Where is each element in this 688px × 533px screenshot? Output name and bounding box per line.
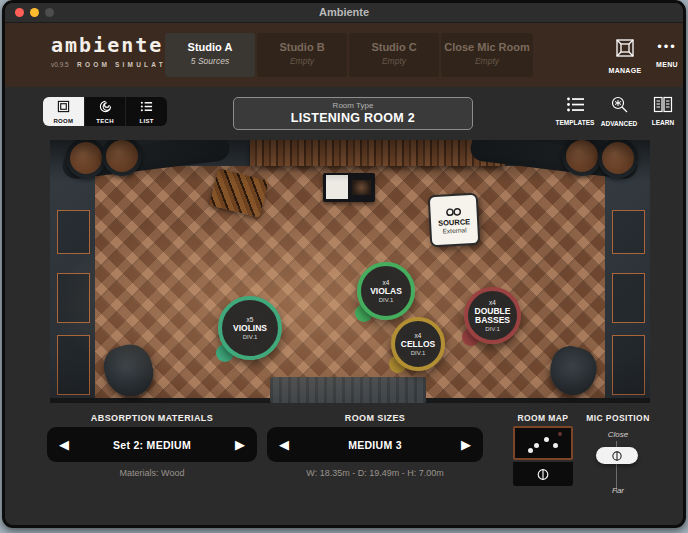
advanced-label: ADVANCED [597, 120, 641, 127]
room-map-dot [558, 432, 562, 436]
absorption-materials-title: ABSORPTION MATERIALS [42, 413, 262, 423]
mic-position-title: MIC POSITION [580, 413, 656, 423]
room-type-selector[interactable]: Room Type LISTENING ROOM 2 [233, 97, 473, 130]
source-name: DOUBLE BASSES [468, 307, 517, 325]
source-divisi: DIV.1 [243, 334, 257, 340]
source-divisi: DIV.1 [379, 297, 393, 303]
room-map-thumbnail[interactable] [513, 426, 573, 460]
source-bubble-double-basses[interactable]: x4 DOUBLE BASSES DIV.1 [464, 287, 521, 344]
bubble-body: x4 VIOLAS DIV.1 [357, 262, 415, 320]
room-map-mic-slot[interactable] [513, 462, 573, 486]
stereo-link-icon [443, 206, 463, 217]
room-map-title: ROOM MAP [505, 413, 581, 423]
tab-label: Studio C [349, 41, 439, 53]
tab-sublabel: Empty [257, 56, 347, 66]
menu-dots-icon: ••• [657, 39, 677, 54]
absorption-prev-arrow[interactable]: ◀ [59, 438, 69, 451]
advanced-button[interactable]: ADVANCED [597, 96, 641, 127]
source-bubble-violins[interactable]: x5 VIOLINS DIV.1 [218, 296, 282, 360]
room-sizes-selector: ◀ MEDIUM 3 ▶ [267, 427, 483, 462]
view-mode-switch: ROOM TECH LIST [43, 97, 167, 126]
app-logo: ambiente [51, 33, 163, 57]
room-visualization[interactable]: x5 VIOLINS DIV.1 x4 VIOLAS DIV.1 x4 CELL… [50, 140, 650, 403]
view-list-label: LIST [126, 118, 167, 124]
bubble-body: x4 DOUBLE BASSES DIV.1 [464, 287, 521, 344]
learn-label: LEARN [643, 119, 683, 126]
tab-sublabel: 5 Sources [165, 56, 255, 66]
room-sizes-value: MEDIUM 3 [289, 439, 461, 451]
view-room-button[interactable]: ROOM [43, 97, 85, 126]
manage-label: MANAGE [603, 67, 647, 74]
bubble-body: x4 CELLOS DIV.1 [391, 317, 445, 371]
source-count: x4 [383, 279, 390, 286]
tech-spiral-icon [99, 100, 112, 113]
absorption-materials-detail: Materials: Wood [42, 468, 262, 478]
tab-studio-b[interactable]: Studio B Empty [257, 33, 347, 77]
bubble-body: x5 VIOLINS DIV.1 [218, 296, 282, 360]
view-tech-label: TECH [85, 118, 126, 124]
mic-position-close-label: Close [580, 430, 656, 439]
source-divisi: DIV.1 [485, 326, 499, 332]
manage-button[interactable]: MANAGE [603, 37, 647, 74]
source-bubble-violas[interactable]: x4 VIOLAS DIV.1 [357, 262, 415, 320]
templates-button[interactable]: TEMPLATES [551, 96, 599, 126]
learn-book-icon [653, 96, 673, 113]
window-title: Ambiente [5, 6, 683, 18]
plugin-header: ambiente v0.9.5 ROOM SIMULATOR Studio A … [5, 23, 683, 87]
room-sizes-title: ROOM SIZES [267, 413, 483, 423]
room-icon [57, 100, 70, 113]
version-label: v0.9.5 [51, 61, 69, 68]
titlebar: Ambiente [5, 3, 683, 23]
room-sizes-next-arrow[interactable]: ▶ [461, 438, 471, 451]
app-window: Ambiente ambiente v0.9.5 ROOM SIMULATOR … [2, 0, 686, 528]
tab-sublabel: Empty [441, 56, 533, 66]
tab-studio-c[interactable]: Studio C Empty [349, 33, 439, 77]
room-sizes-prev-arrow[interactable]: ◀ [279, 438, 289, 451]
external-source-card[interactable]: SOURCE External [428, 193, 481, 248]
templates-icon [566, 96, 585, 113]
view-list-button[interactable]: LIST [126, 97, 167, 126]
source-name: CELLOS [401, 340, 435, 349]
tab-label: Close Mic Room [441, 41, 533, 53]
mic-pair-icon [608, 450, 626, 462]
external-source-sublabel: External [442, 226, 466, 234]
room-map-dot [528, 448, 533, 453]
source-name: VIOLAS [370, 287, 402, 296]
view-room-label: ROOM [43, 118, 84, 124]
room-map-dot [534, 443, 539, 448]
absorption-materials-selector: ◀ Set 2: MEDIUM ▶ [47, 427, 257, 462]
manage-box-icon [614, 45, 636, 62]
room-map-dot [553, 443, 558, 448]
source-bubble-cellos[interactable]: x4 CELLOS DIV.1 [391, 317, 445, 371]
room-sizes-detail: W: 18.35m - D: 19.49m - H: 7.00m [267, 468, 483, 478]
absorption-next-arrow[interactable]: ▶ [235, 438, 245, 451]
absorption-value: Set 2: MEDIUM [69, 439, 235, 451]
templates-label: TEMPLATES [551, 119, 599, 126]
room-map-dot [544, 437, 549, 442]
list-icon [140, 100, 153, 113]
mic-position-slider-handle[interactable] [596, 447, 638, 464]
learn-button[interactable]: LEARN [643, 96, 683, 126]
menu-label: MENU [649, 61, 685, 68]
source-count: x4 [489, 299, 496, 306]
source-divisi: DIV.1 [411, 350, 425, 356]
tab-close-mic-room[interactable]: Close Mic Room Empty [441, 33, 533, 77]
source-count: x5 [247, 316, 254, 323]
tab-label: Studio A [165, 41, 255, 53]
room-type-value: LISTENING ROOM 2 [234, 111, 472, 125]
tab-sublabel: Empty [349, 56, 439, 66]
tab-label: Studio B [257, 41, 347, 53]
view-tech-button[interactable]: TECH [85, 97, 127, 126]
mic-position-far-label: Far [580, 486, 656, 495]
advanced-magnifier-icon [610, 96, 629, 114]
menu-button[interactable]: ••• MENU [649, 37, 685, 68]
room-lighting-overlay [50, 140, 650, 403]
mic-pair-icon [533, 468, 553, 481]
tab-studio-a[interactable]: Studio A 5 Sources [165, 33, 255, 77]
room-type-label: Room Type [234, 101, 472, 110]
source-count: x4 [415, 332, 422, 339]
source-name: VIOLINS [233, 324, 267, 333]
